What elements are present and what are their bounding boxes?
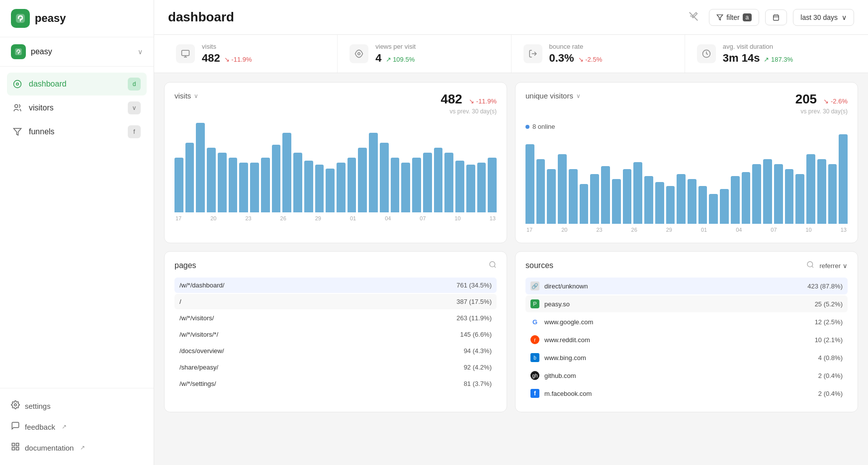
stat-avg-duration: avg. visit duration 3m 14s ↗ 187.3%: [685, 35, 858, 73]
sidebar-item-dashboard[interactable]: dashboard d: [7, 73, 147, 95]
bar: [774, 164, 783, 224]
filter-button[interactable]: filter a: [709, 9, 759, 26]
charts-scroll-area: visits ∨ 482 ↘ -11.9% vs prev. 30 day(s)…: [154, 73, 868, 465]
source-row[interactable]: r www.reddit.com 10 (2.1%): [525, 331, 848, 348]
bar: [536, 159, 545, 224]
table-row[interactable]: /docs/overview/ 94 (4.3%): [174, 343, 497, 359]
sidebar-visitors-label: visitors: [29, 103, 54, 112]
funnels-icon: [13, 127, 23, 137]
visits-chart-change: ↘ -11.9%: [469, 97, 497, 105]
pages-search-button[interactable]: [489, 261, 497, 271]
stats-row: visits 482 ↘ -11.9% views per visit 4 ↗ …: [154, 35, 868, 73]
sidebar-dashboard-label: dashboard: [29, 80, 67, 89]
visitors-bar-chart: 17 20 23 26 29 01 04 07 10 13: [525, 134, 848, 234]
bar: [304, 161, 313, 212]
documentation-item[interactable]: documentation ↗: [11, 437, 143, 458]
visits-label: visits: [202, 43, 252, 50]
svg-point-4: [14, 81, 21, 88]
bar: [525, 144, 534, 224]
visitors-chart-title: unique visitors: [525, 92, 573, 100]
bar: [677, 174, 686, 224]
bar: [369, 133, 378, 212]
bounce-icon-box: [523, 44, 542, 63]
referrer-dropdown[interactable]: referrer ∨: [819, 262, 848, 270]
svg-marker-7: [14, 128, 21, 135]
bar: [806, 154, 815, 224]
bar: [839, 134, 848, 224]
svg-line-29: [812, 266, 813, 268]
svg-rect-20: [182, 50, 189, 56]
stat-visits: visits 482 ↘ -11.9%: [164, 35, 338, 73]
bar: [601, 166, 610, 224]
source-row[interactable]: gh github.com 2 (0.4%): [525, 367, 848, 384]
workspace-name: peasy: [31, 47, 52, 56]
filter-value: a: [743, 13, 752, 21]
bar: [358, 148, 367, 212]
bar: [412, 158, 421, 212]
visits-chart-chevron-icon: ∨: [194, 93, 198, 99]
bar: [218, 153, 227, 212]
visits-bar-chart: 17 20 23 26 29 01 04 07 10 13: [174, 123, 497, 222]
svg-point-26: [490, 262, 495, 267]
bar: [380, 143, 389, 212]
duration-label: avg. visit duration: [723, 43, 793, 50]
bar: [580, 184, 589, 224]
source-row[interactable]: f m.facebook.com 2 (0.4%): [525, 385, 848, 402]
sidebar-nav: dashboard d visitors v: [0, 67, 154, 388]
duration-icon-box: [697, 44, 716, 63]
source-row[interactable]: G www.google.com 12 (2.5%): [525, 313, 848, 330]
table-row[interactable]: /w/*/visitors/ 263 (11.9%): [174, 310, 497, 326]
stat-views-per-visit: views per visit 4 ↗ 109.5%: [338, 35, 511, 73]
facebook-favicon-icon: f: [530, 389, 539, 398]
table-row[interactable]: /w/*/dashboard/ 761 (34.5%): [174, 278, 497, 293]
feedback-external-icon: ↗: [62, 423, 67, 430]
feedback-item[interactable]: feedback ↗: [11, 416, 143, 437]
visitors-chart-panel: unique visitors ∨ 205 ↘ -2.6% vs prev. 3…: [515, 82, 858, 243]
source-row[interactable]: 🔗 direct/unknown 423 (87.8%): [525, 278, 848, 294]
table-row[interactable]: / 387 (17.5%): [174, 294, 497, 309]
header-actions: filter a last 30 days ∨: [684, 7, 854, 27]
bar: [623, 169, 632, 224]
vpv-value: 4: [375, 52, 381, 65]
settings-item[interactable]: settings: [11, 395, 143, 416]
svg-rect-16: [774, 15, 779, 20]
bar: [444, 153, 453, 212]
sidebar-item-funnels[interactable]: funnels f: [7, 120, 147, 143]
sources-search-button[interactable]: [806, 261, 814, 271]
logo-area: peasy: [0, 0, 154, 37]
feedback-label: feedback: [25, 423, 55, 431]
svg-point-8: [14, 404, 17, 406]
table-row[interactable]: /share/peasy/ 92 (4.2%): [174, 360, 497, 375]
bar: [229, 158, 238, 212]
svg-rect-2: [15, 48, 22, 55]
source-row[interactable]: P peasy.so 25 (5.2%): [525, 295, 848, 312]
table-row[interactable]: /w/*/settings/ 81 (3.7%): [174, 376, 497, 391]
tables-row: pages /w/*/dashboard/ 761 (34.5%): [164, 251, 858, 412]
duration-change: ↗ 187.3%: [764, 56, 793, 63]
bar: [272, 145, 281, 212]
calendar-button[interactable]: [765, 9, 787, 25]
workspace-selector[interactable]: peasy ∨: [0, 37, 154, 67]
sources-table-panel: sources referrer ∨: [515, 251, 858, 412]
svg-point-1: [20, 20, 21, 21]
pages-table-title: pages: [174, 261, 196, 270]
stat-bounce-rate: bounce rate 0.3% ↘ -2.5%: [512, 35, 685, 73]
visitors-chart-value: 205: [795, 92, 817, 106]
svg-point-5: [16, 83, 19, 86]
visitors-chart-chevron-icon: ∨: [576, 93, 581, 99]
bar: [466, 165, 475, 212]
google-favicon-icon: G: [530, 317, 539, 326]
bar: [828, 164, 837, 224]
sidebar-item-visitors[interactable]: visitors v: [7, 96, 147, 119]
svg-marker-15: [717, 14, 723, 20]
bar: [250, 163, 259, 212]
visits-chart-title-row[interactable]: visits ∨: [174, 92, 198, 100]
source-row[interactable]: b www.bing.com 4 (0.8%): [525, 349, 848, 366]
bar: [795, 174, 804, 224]
github-favicon-icon: gh: [530, 371, 539, 380]
table-row[interactable]: /w/*/visitors/*/ 145 (6.6%): [174, 327, 497, 342]
bar: [752, 164, 761, 224]
magic-wand-button[interactable]: [684, 7, 703, 27]
visitors-chart-title-row[interactable]: unique visitors ∨: [525, 92, 581, 100]
date-range-button[interactable]: last 30 days ∨: [793, 9, 854, 26]
